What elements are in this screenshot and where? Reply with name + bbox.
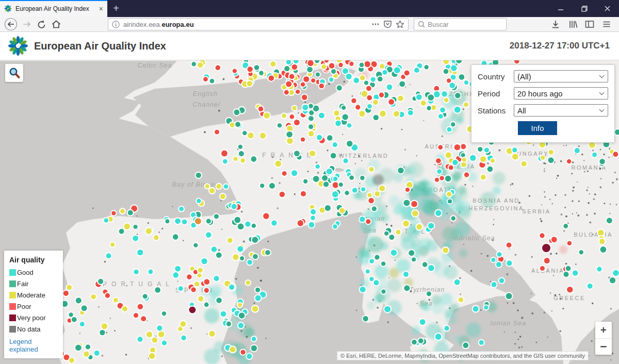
station-dot[interactable] [514,343,516,344]
station-dot[interactable] [174,266,181,272]
station-dot[interactable] [366,95,372,101]
station-dot[interactable] [198,267,203,273]
period-select[interactable]: 20 hours ago [514,87,608,100]
station-dot[interactable] [547,337,548,338]
station-dot[interactable] [514,60,520,64]
station-dot[interactable] [480,192,496,208]
forward-button[interactable] [21,19,32,30]
station-dot[interactable] [531,312,533,315]
station-dot[interactable] [292,106,297,111]
station-dot[interactable] [231,204,237,210]
station-dot[interactable] [114,330,116,332]
station-dot[interactable] [245,221,251,227]
station-dot[interactable] [394,173,403,183]
station-dot[interactable] [180,321,186,327]
station-dot[interactable] [223,184,229,189]
station-dot[interactable] [416,94,422,101]
station-dot[interactable] [563,145,564,146]
station-dot[interactable] [183,240,184,241]
station-dot[interactable] [355,163,356,164]
station-dot[interactable] [490,158,495,163]
station-dot[interactable] [553,275,554,276]
station-dot[interactable] [444,97,449,103]
station-dot[interactable] [438,113,444,119]
station-dot[interactable] [268,75,275,81]
station-dot[interactable] [360,286,366,293]
station-dot[interactable] [565,216,567,218]
station-dot[interactable] [286,60,292,65]
station-dot[interactable] [204,278,210,285]
station-dot[interactable] [339,208,345,214]
station-dot[interactable] [328,83,330,85]
station-dot[interactable] [302,104,308,111]
station-dot[interactable] [450,122,456,127]
station-dot[interactable] [382,70,388,75]
station-dot[interactable] [209,188,215,194]
station-dot[interactable] [443,69,449,75]
station-dot[interactable] [453,335,461,343]
station-dot[interactable] [215,65,221,71]
station-dot[interactable] [81,305,88,311]
station-dot[interactable] [454,144,461,151]
station-dot[interactable] [315,164,320,170]
station-dot[interactable] [451,216,456,221]
station-dot[interactable] [314,60,320,63]
station-dot[interactable] [493,224,494,225]
station-dot[interactable] [90,294,96,300]
station-dot[interactable] [480,309,482,311]
station-dot[interactable] [267,241,269,242]
station-dot[interactable] [606,217,613,224]
station-dot[interactable] [203,76,208,82]
station-dot[interactable] [592,303,593,304]
station-dot[interactable] [120,208,125,214]
station-dot[interactable] [204,308,219,323]
station-dot[interactable] [243,241,245,243]
station-dot[interactable] [578,200,580,202]
station-dot[interactable] [214,213,219,219]
station-dot[interactable] [408,110,414,116]
station-dot[interactable] [594,193,596,195]
station-dot[interactable] [506,242,512,249]
station-dot[interactable] [272,156,273,158]
station-dot[interactable] [612,151,618,157]
station-dot[interactable] [381,128,383,130]
station-dot[interactable] [216,184,222,190]
station-dot[interactable] [258,106,264,112]
station-dot[interactable] [578,145,580,147]
station-dot[interactable] [490,281,491,282]
station-dot[interactable] [368,208,369,210]
station-dot[interactable] [178,286,184,291]
station-dot[interactable] [146,331,153,338]
station-dot[interactable] [487,166,494,173]
station-dot[interactable] [300,137,305,142]
station-dot[interactable] [258,70,264,76]
station-dot[interactable] [142,293,148,299]
station-dot[interactable] [506,260,512,266]
station-dot[interactable] [317,172,319,174]
station-dot[interactable] [387,278,401,292]
station-dot[interactable] [529,195,530,197]
station-dot[interactable] [343,158,349,163]
station-dot[interactable] [403,200,410,207]
station-dot[interactable] [252,236,259,243]
station-dot[interactable] [579,250,584,255]
station-dot[interactable] [459,74,465,80]
station-dot[interactable] [600,246,607,253]
station-dot[interactable] [119,228,125,235]
station-dot[interactable] [572,270,579,276]
station-dot[interactable] [234,217,241,224]
station-dot[interactable] [194,218,202,225]
pocket-icon[interactable] [383,20,392,28]
station-dot[interactable] [604,154,605,155]
station-dot[interactable] [412,210,419,217]
station-dot[interactable] [205,231,212,238]
menu-hamburger-icon[interactable] [601,19,612,29]
station-dot[interactable] [265,250,271,256]
station-dot[interactable] [599,168,601,170]
station-dot[interactable] [336,85,343,91]
station-dot[interactable] [436,322,437,323]
window-close-button[interactable] [596,0,619,17]
station-dot[interactable] [353,77,360,84]
station-dot[interactable] [365,269,370,274]
legend-explained-link[interactable]: Legend explained [9,338,58,353]
